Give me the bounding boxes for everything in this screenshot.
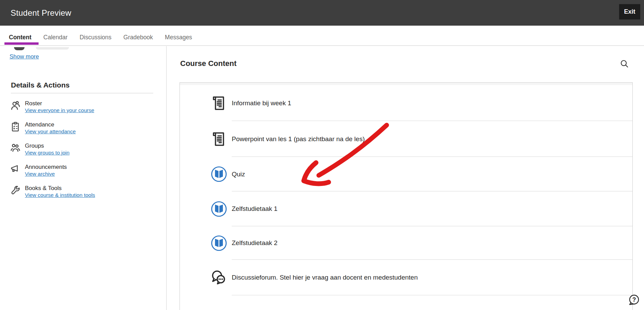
content-item-title[interactable]: Informatie bij week 1 (232, 99, 291, 107)
roster-icon (10, 100, 21, 111)
avatar (14, 47, 25, 50)
discussion-icon (210, 269, 227, 286)
content-row-powerpoint[interactable]: Powerpoint van les 1 (pas zichtbaar na d… (180, 121, 632, 157)
document-icon (210, 95, 227, 112)
sidebar-item-roster: Roster View everyone in your course (10, 100, 95, 114)
content-item-title[interactable]: Zelfstudietaak 1 (232, 205, 277, 213)
sidebar-item-groups: Groups View groups to join (10, 142, 95, 156)
groups-link[interactable]: View groups to join (25, 149, 70, 156)
sidebar-item-label: Attendance (25, 121, 76, 128)
tab-content[interactable]: Content (9, 34, 31, 45)
book-circle-icon (210, 166, 227, 183)
document-icon (210, 131, 227, 148)
content-item-title[interactable]: Quiz (232, 171, 245, 178)
exit-button[interactable]: Exit (619, 4, 640, 19)
sidebar-item-books-tools: Books & Tools View course & institution … (10, 185, 95, 199)
divider (11, 93, 153, 93)
sidebar-item-label: Announcements (25, 163, 67, 171)
attendance-link[interactable]: View your attendance (25, 128, 76, 135)
details-actions-heading: Details & Actions (11, 81, 70, 89)
tab-gradebook[interactable]: Gradebook (124, 34, 153, 45)
sidebar-item-label: Books & Tools (25, 185, 95, 192)
card-top-strip (180, 83, 632, 85)
tab-discussions[interactable]: Discussions (80, 34, 111, 45)
clipped-pill-button (36, 47, 69, 50)
sidebar-item-attendance: Attendance View your attendance (10, 121, 95, 135)
content-row-informatie[interactable]: Informatie bij week 1 (180, 85, 632, 121)
tab-calendar[interactable]: Calendar (43, 34, 68, 45)
attendance-icon (10, 121, 21, 133)
folder-icon (210, 307, 227, 310)
content-row-zelfstudietaak-2[interactable]: Zelfstudietaak 2 (180, 226, 632, 260)
announcements-link[interactable]: View archive (25, 171, 67, 177)
student-preview-bar: Student Preview Exit (0, 0, 644, 26)
svg-text:?: ? (632, 296, 636, 303)
show-more-link[interactable]: Show more (10, 53, 39, 60)
books-tools-link[interactable]: View course & institution tools (25, 192, 95, 199)
content-row-quiz[interactable]: Quiz (180, 157, 632, 191)
search-icon[interactable] (620, 59, 629, 68)
course-content-heading: Course Content (180, 59, 237, 68)
tab-messages[interactable]: Messages (165, 34, 192, 45)
course-content-card: Informatie bij week 1 Powerpoint van les… (180, 82, 633, 310)
content-row-zelfstudietaak-1[interactable]: Zelfstudietaak 1 (180, 191, 632, 226)
course-content-panel: Course Content Informatie bij week 1 (167, 46, 644, 310)
course-tabbar: Content Calendar Discussions Gradebook M… (0, 26, 644, 46)
content-item-title[interactable]: Zelfstudietaak 2 (232, 239, 277, 247)
page-title: Student Preview (0, 8, 71, 18)
content-item-title[interactable]: Powerpoint van les 1 (pas zichtbaar na d… (232, 135, 365, 143)
book-circle-icon (210, 234, 227, 252)
content-row-discussieforum[interactable]: Discussieforum. Stel hier je vraag aan d… (180, 260, 632, 295)
groups-icon (10, 142, 21, 154)
sidebar-item-announcements: Announcements View archive (10, 163, 95, 177)
sidebar-item-label: Groups (25, 142, 70, 149)
content-row-folder[interactable] (180, 295, 632, 310)
book-circle-icon (210, 200, 227, 217)
details-actions-list: Roster View everyone in your course Atte… (10, 100, 95, 199)
help-icon[interactable]: ? (627, 294, 640, 307)
sidebar-item-label: Roster (25, 100, 94, 107)
roster-link[interactable]: View everyone in your course (25, 107, 94, 114)
content-item-title[interactable]: Discussieforum. Stel hier je vraag aan d… (232, 274, 418, 281)
details-sidebar: Show more Details & Actions Roster View … (0, 46, 167, 310)
books-tools-icon (10, 185, 21, 196)
announcements-icon (10, 163, 21, 175)
